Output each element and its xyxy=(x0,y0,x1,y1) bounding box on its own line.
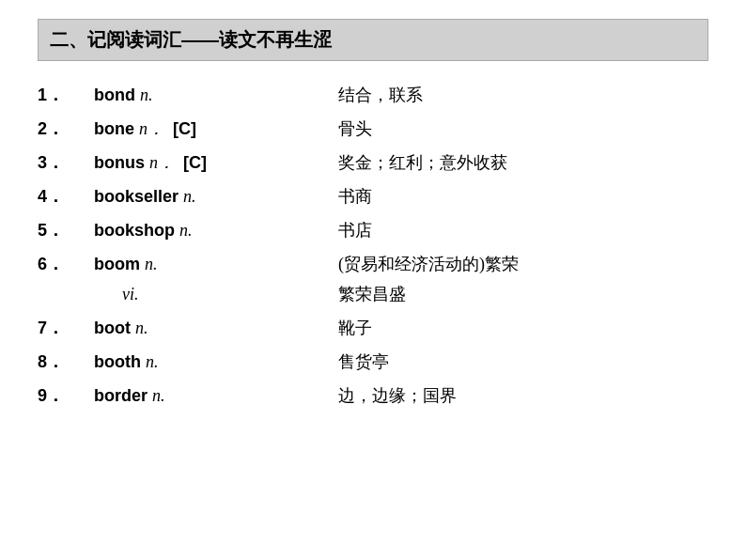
item-word: bookseller n. xyxy=(94,187,338,207)
item-meaning: 骨头 xyxy=(338,117,708,140)
vocab-list: 1．bond n.结合，联系2．bone n． [C]骨头3．bonus n． … xyxy=(38,78,708,412)
word-pos: n. xyxy=(135,319,148,337)
item-word: boom n. xyxy=(94,255,338,274)
list-item-sub: vi.繁荣昌盛 xyxy=(38,281,708,311)
word-text: bookseller xyxy=(94,187,183,206)
item-meaning: 边，边缘；国界 xyxy=(338,384,708,407)
list-item: 2．bone n． [C]骨头 xyxy=(38,112,708,146)
item-word: bond n. xyxy=(94,86,338,105)
item-meaning: 奖金；红利；意外收获 xyxy=(338,151,708,174)
item-word: border n. xyxy=(94,386,338,406)
word-pos: n. xyxy=(152,386,165,405)
word-text: bookshop xyxy=(94,221,179,240)
word-text: bonus xyxy=(94,153,149,172)
sub-pos: vi. xyxy=(122,285,139,303)
list-item: 4．bookseller n.书商 xyxy=(38,179,708,213)
section-header: 二、记阅读词汇——读文不再生涩 xyxy=(38,19,708,61)
word-pos: n. xyxy=(179,221,193,240)
word-text: boom xyxy=(94,255,145,273)
list-item: 7．boot n.靴子 xyxy=(38,311,708,345)
list-item: 1．bond n.结合，联系 xyxy=(38,78,708,112)
item-meaning: 书商 xyxy=(338,185,708,208)
word-pos: n. xyxy=(145,255,158,273)
item-number: 8． xyxy=(38,350,94,373)
sub-word-col: vi. xyxy=(94,285,338,304)
list-item: 8．booth n.售货亭 xyxy=(38,345,708,379)
list-item: 3．bonus n． [C]奖金；红利；意外收获 xyxy=(38,146,708,179)
list-item: 9．border n.边，边缘；国界 xyxy=(38,379,708,412)
word-extra: [C] xyxy=(168,119,196,138)
page: 二、记阅读词汇——读文不再生涩 1．bond n.结合，联系2．bone n． … xyxy=(0,0,746,560)
item-word: boot n. xyxy=(94,319,338,338)
list-item: 5．bookshop n.书店 xyxy=(38,213,708,247)
sub-meaning: 繁荣昌盛 xyxy=(338,283,708,305)
item-word: bone n． [C] xyxy=(94,117,338,140)
word-pos: n. xyxy=(183,187,196,206)
item-meaning: 靴子 xyxy=(338,317,708,339)
word-text: border xyxy=(94,386,152,405)
word-pos: n． xyxy=(149,153,175,172)
item-meaning: 书店 xyxy=(338,219,708,241)
item-number: 6． xyxy=(38,253,94,275)
word-pos: n. xyxy=(146,352,159,371)
item-meaning: (贸易和经济活动的)繁荣 xyxy=(338,253,708,275)
word-text: bone xyxy=(94,119,139,138)
word-text: boot xyxy=(94,319,135,337)
item-word: bonus n． [C] xyxy=(94,151,338,174)
item-number: 4． xyxy=(38,185,94,208)
word-text: booth xyxy=(94,352,146,371)
item-meaning: 结合，联系 xyxy=(338,84,708,106)
word-extra: [C] xyxy=(179,153,207,172)
section-title: 二、记阅读词汇——读文不再生涩 xyxy=(50,29,332,50)
item-number: 2． xyxy=(38,117,94,140)
item-word: bookshop n. xyxy=(94,221,338,241)
word-text: bond xyxy=(94,86,140,104)
item-number: 3． xyxy=(38,151,94,174)
word-pos: n． xyxy=(139,119,164,138)
item-number: 5． xyxy=(38,219,94,241)
item-number: 9． xyxy=(38,384,94,407)
item-number: 7． xyxy=(38,317,94,339)
item-number: 1． xyxy=(38,84,94,106)
item-meaning: 售货亭 xyxy=(338,350,708,373)
word-pos: n. xyxy=(140,86,153,104)
item-word: booth n. xyxy=(94,352,338,372)
list-item: 6．boom n.(贸易和经济活动的)繁荣 xyxy=(38,247,708,281)
